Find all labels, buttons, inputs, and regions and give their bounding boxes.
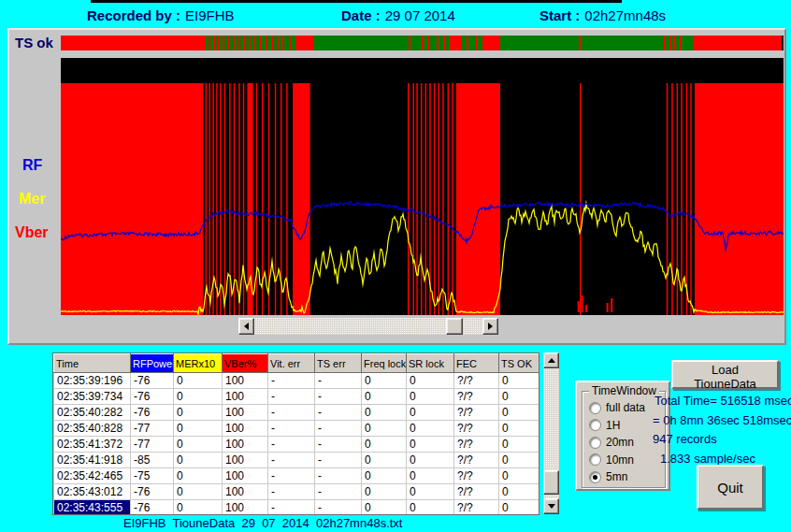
table-cell[interactable]: 0 <box>174 405 223 421</box>
table-row[interactable]: 02:35:43:555-760100--00?/?0 <box>54 500 540 516</box>
table-cell[interactable]: 0 <box>362 453 407 468</box>
table-cell[interactable]: - <box>315 453 362 468</box>
table-scrollbar-thumb[interactable] <box>543 470 559 495</box>
table-cell[interactable]: - <box>315 373 362 389</box>
table-cell[interactable]: - <box>268 484 315 500</box>
table-cell[interactable]: 0 <box>407 500 454 516</box>
table-cell[interactable]: - <box>268 373 315 389</box>
table-cell[interactable]: 02:35:41:372 <box>54 437 131 453</box>
table-cell[interactable]: -77 <box>131 437 174 453</box>
table-cell[interactable]: 0 <box>407 437 454 453</box>
table-cell[interactable]: 100 <box>223 437 268 453</box>
table-cell[interactable]: ?/? <box>454 421 499 437</box>
table-cell[interactable]: - <box>315 500 362 516</box>
table-cell[interactable]: ?/? <box>454 453 499 468</box>
table-cell[interactable]: 02:35:40:828 <box>54 421 131 437</box>
table-cell[interactable]: 02:35:41:918 <box>54 453 131 468</box>
table-cell[interactable]: 0 <box>362 389 407 405</box>
table-cell[interactable]: -76 <box>131 484 174 500</box>
table-cell[interactable]: 0 <box>499 437 540 453</box>
table-cell[interactable]: - <box>268 468 315 484</box>
table-cell[interactable]: 100 <box>223 484 268 500</box>
table-cell[interactable]: -76 <box>131 373 174 389</box>
table-cell[interactable]: 0 <box>174 500 223 516</box>
table-cell[interactable]: 100 <box>223 468 268 484</box>
table-cell[interactable]: - <box>268 421 315 437</box>
table-cell[interactable]: -77 <box>131 421 174 437</box>
table-cell[interactable]: 0 <box>499 468 540 484</box>
table-cell[interactable]: 0 <box>174 484 223 500</box>
scroll-right-button[interactable] <box>482 318 498 335</box>
table-cell[interactable]: - <box>315 389 362 405</box>
radio-circle-icon[interactable] <box>590 420 600 430</box>
table-cell[interactable]: 0 <box>499 484 540 500</box>
table-cell[interactable]: 02:35:39:734 <box>54 389 131 405</box>
table-cell[interactable]: 0 <box>362 437 407 453</box>
table-row[interactable]: 02:35:42:465-750100--00?/?0 <box>54 468 540 484</box>
table-cell[interactable]: - <box>315 484 362 500</box>
table-cell[interactable]: - <box>268 500 315 516</box>
table-cell[interactable]: ?/? <box>454 437 499 453</box>
table-cell[interactable]: 02:35:42:465 <box>54 468 131 484</box>
table-cell[interactable]: 100 <box>223 500 268 516</box>
table-cell[interactable]: 02:35:43:012 <box>54 484 131 500</box>
table-cell[interactable]: 0 <box>362 373 407 389</box>
table-cell[interactable]: 0 <box>362 421 407 437</box>
table-cell[interactable]: -76 <box>131 389 174 405</box>
table-cell[interactable]: 0 <box>407 373 454 389</box>
table-cell[interactable]: -76 <box>131 405 174 421</box>
scroll-left-button[interactable] <box>238 318 254 335</box>
radio-circle-icon[interactable] <box>590 454 600 465</box>
table-cell[interactable]: 100 <box>223 453 268 468</box>
table-cell[interactable]: 100 <box>223 421 268 437</box>
table-cell[interactable]: -75 <box>131 468 174 484</box>
table-cell[interactable]: ?/? <box>454 484 499 500</box>
table-cell[interactable]: - <box>268 437 315 453</box>
table-cell[interactable]: 0 <box>499 421 540 437</box>
table-cell[interactable]: - <box>268 453 315 468</box>
table-cell[interactable]: 0 <box>407 453 454 468</box>
table-cell[interactable]: 0 <box>174 453 223 468</box>
table-cell[interactable]: 0 <box>407 468 454 484</box>
table-cell[interactable]: 02:35:40:282 <box>54 405 131 421</box>
table-cell[interactable]: ?/? <box>454 373 499 389</box>
table-row[interactable]: 02:35:39:196-760100--00?/?0 <box>54 373 540 389</box>
table-cell[interactable]: 0 <box>174 373 223 389</box>
table-cell[interactable]: 0 <box>407 389 454 405</box>
radio-5mn[interactable]: 5mn <box>582 468 665 486</box>
table-cell[interactable]: - <box>315 437 362 453</box>
table-cell[interactable]: - <box>268 389 315 405</box>
table-cell[interactable]: ?/? <box>454 500 499 516</box>
table-cell[interactable]: 0 <box>407 484 454 500</box>
table-cell[interactable]: 0 <box>362 405 407 421</box>
table-cell[interactable]: - <box>315 405 362 421</box>
table-cell[interactable]: - <box>315 468 362 484</box>
table-cell[interactable]: -85 <box>131 453 174 468</box>
table-row[interactable]: 02:35:40:828-770100--00?/?0 <box>54 421 540 437</box>
chart-scrollbar-thumb[interactable] <box>446 318 463 335</box>
table-cell[interactable]: 0 <box>174 389 223 405</box>
table-row[interactable]: 02:35:41:372-770100--00?/?0 <box>54 437 540 453</box>
table-cell[interactable]: - <box>268 405 315 421</box>
scroll-down-button[interactable] <box>543 498 559 514</box>
table-row[interactable]: 02:35:43:012-760100--00?/?0 <box>54 484 540 500</box>
table-cell[interactable]: - <box>315 421 362 437</box>
table-cell[interactable]: 0 <box>407 405 454 421</box>
table-cell[interactable]: 0 <box>362 500 407 516</box>
scroll-up-button[interactable] <box>543 352 559 368</box>
table-cell[interactable]: 100 <box>223 373 268 389</box>
table-cell[interactable]: 0 <box>499 373 540 389</box>
table-cell[interactable]: ?/? <box>454 405 499 421</box>
table-cell[interactable]: 0 <box>362 468 407 484</box>
quit-button[interactable]: Quit <box>697 465 764 510</box>
table-cell[interactable]: ?/? <box>454 389 499 405</box>
table-cell[interactable]: 0 <box>499 389 540 405</box>
table-cell[interactable]: 02:35:39:196 <box>54 373 131 389</box>
table-cell[interactable]: 0 <box>499 500 540 516</box>
table-cell[interactable]: 100 <box>223 389 268 405</box>
table-cell[interactable]: 02:35:43:555 <box>54 500 131 516</box>
radio-circle-icon[interactable] <box>590 438 600 448</box>
table-v-scrollbar[interactable] <box>543 352 559 514</box>
table-cell[interactable]: 100 <box>223 405 268 421</box>
table-row[interactable]: 02:35:41:918-850100--00?/?0 <box>54 453 540 468</box>
